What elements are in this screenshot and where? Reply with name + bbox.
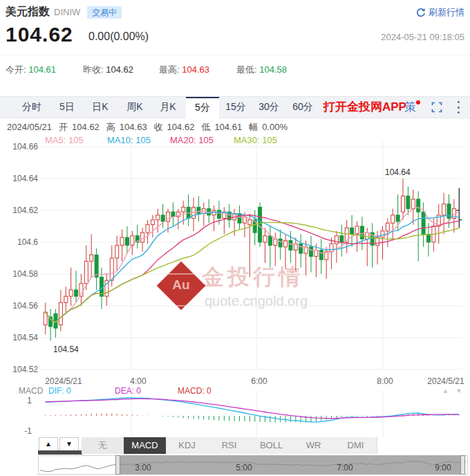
tab-indicator-WR[interactable]: WR (292, 437, 335, 454)
time-axis-label: 2024/5/21 (427, 376, 464, 386)
time-axis-label: 2024/5/21 (45, 376, 82, 386)
price-axis-label: 104.66 (0, 142, 38, 152)
svg-text:104.64: 104.64 (385, 167, 411, 177)
tab-period-5分[interactable]: 5分 (186, 97, 219, 119)
ohlc-label: 开 (59, 122, 68, 132)
macd-legend-item: DEA: 0 (115, 386, 141, 396)
tab-indicator-DMI[interactable]: DMI (335, 437, 377, 454)
pane-scroll-thumb[interactable] (38, 450, 82, 455)
stat-label: 昨收: (83, 64, 106, 75)
tab-period-月K[interactable]: 月K (151, 97, 185, 117)
price-axis-label: 104.64 (0, 174, 38, 183)
tab-period-5日[interactable]: 5日 (50, 97, 84, 117)
strategy-label: 策 (404, 100, 416, 113)
stat-item: 今开: 104.61 (6, 64, 56, 76)
stat-item: 最低: 104.58 (236, 64, 287, 76)
price-axis-label: 104.62 (0, 205, 38, 215)
tab-indicator-MACD[interactable]: MACD (124, 437, 167, 454)
tab-indicator-RSI[interactable]: RSI (208, 437, 251, 454)
price-axis-label: 104.56 (0, 301, 38, 311)
tab-period-15分[interactable]: 15分 (219, 97, 252, 117)
navigator-time-label: 5:00 (236, 463, 252, 473)
stat-value: 104.62 (106, 64, 133, 75)
instrument-symbol: DINIW (54, 7, 80, 17)
macd-pane-arrows[interactable]: ▲ ▼ (442, 387, 464, 394)
stat-label: 今开: (6, 64, 28, 75)
refresh-label: 刷新行情 (429, 6, 464, 19)
price-axis-label: 104.52 (0, 365, 38, 374)
ohlc-date: 2024/05/21 (7, 122, 52, 132)
stat-value: 104.61 (28, 64, 56, 75)
macd-axis-label: -1 (0, 426, 32, 436)
range-handle-left[interactable] (115, 455, 120, 475)
strategy-button[interactable]: 策 (404, 97, 416, 118)
watermark-title: 金投行情 (202, 262, 304, 293)
watermark-url: quote.cngold.org (205, 293, 308, 309)
ohlc-row: 2024/05/21开104.62高104.63收104.62低104.61幅0… (7, 121, 292, 134)
navigator-time-label: 7:00 (337, 463, 352, 473)
ohlc-label: 高 (106, 122, 115, 132)
ma-legend-item: MA20: 105 (170, 135, 214, 145)
pane-down-button[interactable]: ▼ (59, 437, 79, 451)
stat-label: 最低: (236, 64, 259, 75)
ohlc-value: 104.61 (214, 122, 242, 132)
time-axis-label: 8:00 (377, 376, 393, 386)
ma-legend-item: MA30: 105 (234, 135, 277, 145)
refresh-icon (415, 8, 426, 18)
navigator-time-label: 9:00 (435, 463, 451, 473)
tab-period-30分[interactable]: 30分 (252, 97, 285, 117)
tab-period-分时[interactable]: 分时 (15, 97, 48, 117)
stat-item: 最高: 104.63 (159, 64, 209, 76)
stat-value: 104.58 (259, 64, 287, 75)
macd-legend-item: MACD: 0 (178, 386, 212, 396)
period-tabbar: 分时5日日K周K月K5分15分30分60分 打开金投网APP 策 (0, 96, 470, 118)
ohlc-label: 低 (201, 122, 210, 132)
ma-legend-item: MA10: 105 (107, 135, 151, 145)
more-options-icon[interactable] (455, 101, 462, 113)
svg-text:104.54: 104.54 (53, 345, 79, 354)
open-app-link[interactable]: 打开金投网APP (323, 97, 406, 118)
refresh-button[interactable]: 刷新行情 (415, 6, 464, 19)
chart-canvas: 104.54104.64 (0, 0, 470, 476)
stat-label: 最高: (159, 64, 182, 75)
tab-indicator-KDJ[interactable]: KDJ (166, 437, 209, 454)
price-change: 0.00(0.00%) (88, 30, 149, 43)
watermark-logo-text: Au (164, 277, 198, 293)
ohlc-value: 104.63 (120, 122, 147, 132)
app-root: 美元指数DINIW交易中 刷新行情 104.62 0.00(0.00%) 202… (0, 0, 470, 476)
ohlc-label: 幅 (249, 122, 258, 132)
tab-period-日K[interactable]: 日K (84, 97, 117, 117)
macd-pane-title: MACD (19, 386, 43, 396)
range-navigator-selection[interactable] (118, 455, 462, 475)
notification-dot (416, 100, 420, 104)
tab-indicator-无[interactable]: 无 (82, 437, 124, 454)
header-title-row: 美元指数DINIW交易中 (6, 5, 122, 19)
fullscreen-icon[interactable] (431, 102, 442, 116)
tab-indicator-BOLL[interactable]: BOLL (250, 437, 293, 454)
range-handle-right[interactable] (460, 455, 465, 475)
price-axis-label: 104.58 (0, 269, 38, 279)
stat-value: 104.63 (182, 64, 209, 75)
ohlc-value: 104.62 (167, 122, 195, 132)
tab-period-60分[interactable]: 60分 (286, 97, 319, 117)
pane-up-button[interactable]: ▲ (39, 437, 58, 451)
macd-legend-item: DIF: 0 (48, 386, 71, 396)
time-axis-label: 6:00 (251, 376, 267, 386)
tab-period-周K[interactable]: 周K (118, 97, 151, 117)
instrument-title: 美元指数 (6, 6, 50, 17)
price-axis-label: 104.54 (0, 333, 38, 342)
ohlc-value: 104.62 (72, 122, 100, 132)
ohlc-label: 收 (154, 122, 163, 132)
trading-status-badge: 交易中 (87, 6, 122, 19)
navigator-time-label: 3:00 (135, 463, 151, 473)
ma-legend-item: MA5: 105 (45, 135, 84, 145)
price-axis-label: 104.6 (0, 237, 38, 247)
header-divider (0, 55, 470, 55)
stat-item: 昨收: 104.62 (83, 64, 133, 76)
last-price: 104.62 (6, 23, 73, 46)
ohlc-value: 0.00% (262, 122, 288, 132)
macd-axis-label: 1 (0, 396, 32, 405)
time-axis-label: 4:00 (130, 376, 146, 386)
quote-timestamp: 2024-05-21 09:18:05 (381, 32, 464, 42)
